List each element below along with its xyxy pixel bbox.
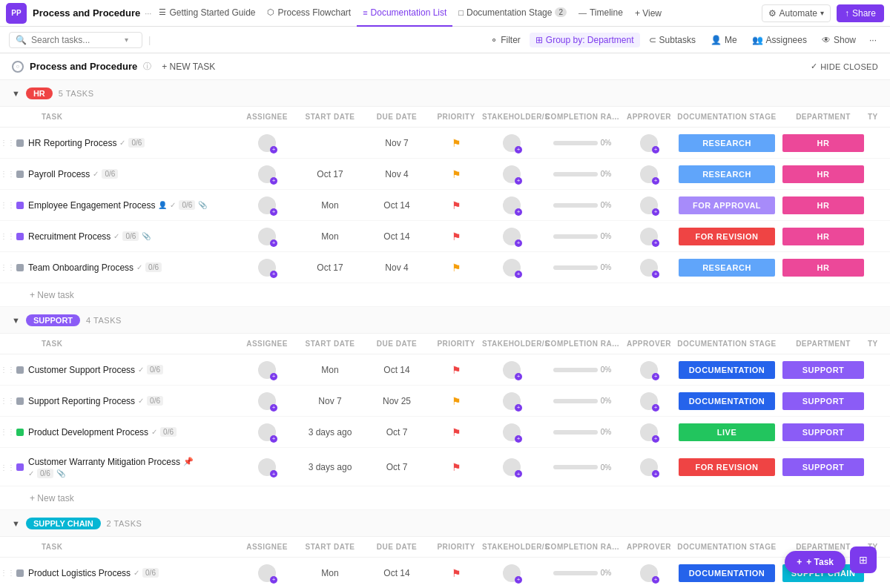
avatar-add-icon[interactable]: + [270, 177, 277, 185]
progress-bar-bg [553, 234, 598, 239]
tab-docstage-badge: 2 [555, 7, 567, 17]
col-dept-label-s: DEPARTMENT [779, 340, 868, 348]
col-priority-label-s: PRIORITY [430, 340, 482, 348]
approver-add-icon[interactable]: + [652, 146, 659, 153]
me-button[interactable]: 👤 Me [705, 33, 743, 47]
show-button[interactable]: 👁 Show [816, 33, 862, 47]
completion-cs: 0% [541, 366, 623, 374]
info-icon[interactable]: ⓘ [143, 61, 151, 72]
task-color-dot [16, 233, 24, 240]
group-supply-header: ▼ SUPPLY CHAIN 2 TASKS [0, 510, 890, 537]
hide-closed-button[interactable]: ✓ HIDE CLOSED [811, 62, 878, 71]
subtask-badge: 0/6 [37, 469, 53, 478]
assignee-onboarding: + [237, 259, 297, 277]
subtasks-label: Subtasks [659, 35, 696, 45]
share-label: Share [852, 8, 876, 19]
share-button[interactable]: ↑ Share [837, 4, 884, 22]
assignees-button[interactable]: 👥 Assignees [746, 33, 813, 47]
task-color-dot [16, 171, 24, 178]
avatar: + [258, 228, 276, 245]
group-hr-toggle[interactable]: ▼ [12, 89, 20, 98]
subtasks-icon: ⊂ [649, 35, 656, 45]
subtasks-button[interactable]: ⊂ Subtasks [643, 33, 702, 47]
table-container: ▼ HR 5 TASKS TASK ASSIGNEE START DATE DU… [0, 80, 890, 588]
avatar-add-icon[interactable]: + [270, 146, 277, 153]
stakeholder-avatar: + [503, 228, 521, 245]
add-view-button[interactable]: + View [629, 8, 668, 19]
subtask-badge: 0/6 [147, 396, 163, 406]
add-task-float-button[interactable]: + + Task [785, 551, 846, 573]
stakeholder-avatar: + [503, 134, 521, 152]
group-supply-toggle[interactable]: ▼ [12, 519, 20, 528]
drag-handle: ⋮⋮ [0, 428, 12, 436]
task-row-logistics[interactable]: ⋮⋮ Product Logistics Process ✓ 0/6 + Mon… [0, 558, 890, 588]
task-row-payroll[interactable]: ⋮⋮ Payroll Process ✓ 0/6 + Oct 17 Nov 4 … [0, 159, 890, 190]
start-cs: Mon [297, 365, 363, 375]
grid-view-button[interactable]: ⊞ [850, 546, 877, 573]
attach-icon: 📎 [142, 232, 151, 240]
group-support: ▼ SUPPORT 4 TASKS TASK ASSIGNEE START DA… [0, 307, 890, 510]
docstage-hr-reporting: RESEARCH [675, 134, 779, 152]
check-icon: ✓ [138, 366, 144, 374]
group-by-button[interactable]: ⊞ Group by: Department [530, 33, 640, 47]
approver-cs: + [623, 361, 675, 379]
task-row-recruitment[interactable]: ⋮⋮ Recruitment Process ✓ 0/6 📎 + Mon Oct… [0, 221, 890, 252]
add-task-support[interactable]: + New task [0, 486, 890, 510]
col-start-label: START DATE [297, 113, 363, 121]
completion-hr-reporting: 0% [541, 139, 623, 147]
stakeholder-add-icon[interactable]: + [515, 146, 522, 153]
more-button[interactable]: ··· [865, 33, 881, 47]
task-color-dot [16, 366, 24, 374]
task-row-product-dev[interactable]: ⋮⋮ Product Development Process ✓ 0/6 + 3… [0, 417, 890, 448]
assignee-cs: + [237, 361, 297, 379]
app-icon[interactable]: PP [6, 3, 27, 24]
new-task-button[interactable]: + NEW TASK [157, 60, 220, 73]
automate-chevron: ▾ [820, 9, 824, 17]
subtask-badge: 0/6 [128, 138, 145, 148]
task-row-support-reporting[interactable]: ⋮⋮ Support Reporting Process ✓ 0/6 + Nov… [0, 386, 890, 417]
search-input[interactable] [31, 35, 120, 45]
tab-getting-started[interactable]: ☰ Getting Started Guide [153, 0, 261, 27]
due-hr-reporting: Nov 7 [363, 138, 430, 148]
check-icon: ✓ [134, 569, 139, 577]
task-row-employee-engagement[interactable]: ⋮⋮ Employee Engagement Process 👤 ✓ 0/6 📎… [0, 190, 890, 221]
priority-payroll: ⚑ [430, 168, 482, 180]
tab-timeline[interactable]: — Timeline [573, 0, 629, 27]
due-cs: Oct 14 [363, 365, 430, 375]
due-engagement: Oct 14 [363, 200, 430, 211]
dept-badge: HR [782, 196, 864, 214]
search-box[interactable]: 🔍 ▾ [9, 32, 142, 48]
priority-cs: ⚑ [430, 364, 482, 376]
approver-hr-reporting: + [623, 134, 675, 152]
task-row-warranty[interactable]: ⋮⋮ Customer Warranty Mitigation Process … [0, 448, 890, 486]
stakeholder-onboarding: + [482, 259, 541, 277]
task-row-customer-support[interactable]: ⋮⋮ Customer Support Process ✓ 0/6 + Mon … [0, 354, 890, 386]
approver-recruitment: + [623, 228, 675, 245]
tab-timeline-icon: — [578, 8, 587, 17]
tab-process-flowchart[interactable]: ⬡ Process Flowchart [261, 0, 357, 27]
tab-documentation-stage[interactable]: □ Documentation Stage 2 [452, 0, 573, 27]
task-row-onboarding[interactable]: ⋮⋮ Team Onboarding Process ✓ 0/6 + Oct 1… [0, 252, 890, 283]
doc-stage-badge-cs: DOCUMENTATION [679, 361, 775, 379]
priority-recruitment: ⚑ [430, 231, 482, 242]
col-approver-label-s: APPROVER [623, 340, 675, 348]
filter-button[interactable]: ⚬ Filter [484, 33, 527, 47]
dept-hr-reporting: HR [779, 134, 868, 152]
show-icon: 👁 [822, 35, 831, 45]
automate-button[interactable]: ⚙ Automate ▾ [762, 4, 831, 22]
stakeholder-payroll: + [482, 165, 541, 183]
tab-docstage-icon: □ [458, 8, 464, 17]
group-support-toggle[interactable]: ▼ [12, 316, 20, 325]
group-supply-badge: SUPPLY CHAIN [26, 518, 101, 529]
task-color-dot [16, 397, 24, 405]
dept-engagement: HR [779, 196, 868, 214]
add-task-hr[interactable]: + New task [0, 283, 890, 307]
dept-badge: HR [782, 259, 864, 277]
group-by-label: Group by: Department [546, 35, 634, 45]
col-type-label-s: TY [868, 340, 890, 348]
task-name-recruitment: Recruitment Process ✓ 0/6 📎 [28, 231, 237, 242]
tab-documentation-list[interactable]: ≡ Documentation List [357, 0, 452, 27]
search-dropdown-arrow[interactable]: ▾ [125, 36, 128, 44]
breadcrumb-title: Process and Procedure [30, 61, 137, 72]
task-row-hr-reporting[interactable]: ⋮⋮ HR Reporting Process ✓ 0/6 + Nov 7 ⚑ … [0, 128, 890, 159]
